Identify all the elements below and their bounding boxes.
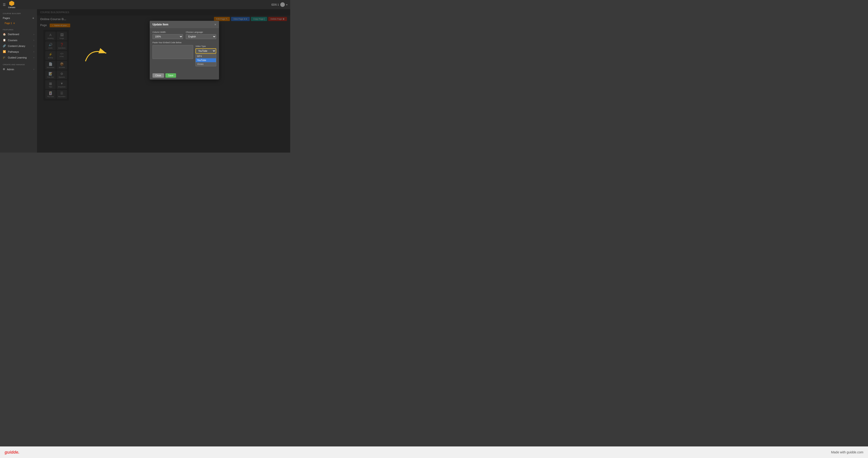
logo-area: Censeo — [8, 1, 15, 8]
sidebar-item-page1[interactable]: Page 1 ≡ — [0, 21, 37, 25]
logo-text: Censeo — [8, 6, 15, 8]
sidebar-item-dashboard[interactable]: 🏠 Dashboard › — [0, 31, 37, 37]
user-chevron-icon[interactable]: ▾ — [286, 3, 287, 6]
language-select[interactable]: English French Spanish — [186, 34, 216, 39]
avatar — [280, 2, 285, 7]
column-width-select[interactable]: 100% 75% 50% 25% — [153, 34, 183, 39]
top-nav-left: ☰ Censeo — [3, 1, 15, 8]
admin-icon: ⚙ — [3, 68, 5, 71]
dashboard-icon: 🏠 — [3, 33, 6, 36]
guided-learning-label: Guided Learning — [8, 56, 27, 59]
content-area: COURSE BUILDER/PAGES Online Course B... … — [37, 9, 290, 152]
modal-row-1: Column Width: 100% 75% 50% 25% Choose La… — [153, 31, 216, 39]
embed-textarea[interactable] — [153, 45, 193, 59]
guided-learning-icon: 🎓 — [3, 56, 6, 59]
page1-label: Page 1 — [5, 22, 12, 25]
pages-label: Pages — [3, 17, 10, 20]
sidebar-item-pathways[interactable]: 🔀 Pathways › — [0, 49, 37, 55]
top-nav-right: EDS 1 ▾ — [272, 2, 287, 7]
logo-hexagon-icon — [9, 1, 14, 6]
pathways-chevron-icon: › — [33, 51, 34, 53]
pathways-icon: 🔀 — [3, 50, 6, 53]
video-type-label: Video Type — [195, 45, 216, 48]
pathways-label: Pathways — [8, 50, 19, 53]
courses-chevron-icon: › — [33, 39, 34, 41]
video-type-dropdown-options: MP4 YouTube Vimeo — [195, 54, 216, 66]
update-item-modal: Update Item × Column Width: 100% 75% 50%… — [150, 21, 219, 80]
hamburger-icon[interactable]: ☰ — [3, 3, 6, 6]
modal-close-btn[interactable]: Close — [153, 73, 164, 78]
video-type-container: Video Type YouTube MP4 Vimeo MP4 YouTube… — [195, 45, 216, 66]
content-library-icon: 🔗 — [3, 45, 6, 48]
dropdown-option-vimeo[interactable]: Vimeo — [196, 62, 216, 66]
page1-menu-icon[interactable]: ≡ — [13, 22, 15, 25]
modal-header: Update Item × — [150, 21, 219, 28]
sidebar-section-create-manage: CREATE AND MANAGE — [0, 62, 37, 66]
guided-learning-chevron-icon: › — [33, 56, 34, 59]
embed-row: Video Type YouTube MP4 Vimeo MP4 YouTube… — [153, 45, 216, 66]
dashboard-label: Dashboard — [8, 33, 19, 36]
content-library-label: Content Library — [8, 45, 25, 48]
sidebar-section-course-builder: COURSE BUILDER — [0, 11, 37, 15]
sidebar: COURSE BUILDER Pages + Page 1 ≡ FEATURES… — [0, 9, 37, 152]
sidebar-section-features: FEATURES — [0, 27, 37, 31]
courses-icon: 📋 — [3, 38, 6, 41]
modal-body: Column Width: 100% 75% 50% 25% Choose La… — [150, 28, 219, 71]
embed-code-label: Paste Your Embed Code Below — [153, 41, 216, 44]
admin-label: Admin — [7, 68, 14, 71]
main-layout: COURSE BUILDER Pages + Page 1 ≡ FEATURES… — [0, 9, 290, 152]
top-nav: ☰ Censeo EDS 1 ▾ — [0, 0, 290, 9]
video-type-select[interactable]: YouTube MP4 Vimeo — [195, 48, 216, 54]
sidebar-item-admin[interactable]: ⚙ Admin › — [0, 66, 37, 72]
column-width-label: Column Width: — [153, 31, 183, 33]
pages-header: Pages + — [0, 15, 37, 21]
sidebar-item-courses[interactable]: 📋 Courses › — [0, 37, 37, 43]
language-group: Choose Language: English French Spanish — [186, 31, 216, 39]
modal-close-button[interactable]: × — [214, 23, 216, 26]
sidebar-item-guided-learning[interactable]: 🎓 Guided Learning › — [0, 55, 37, 60]
sidebar-item-content-library[interactable]: 🔗 Content Library › — [0, 43, 37, 49]
nav-user-label: EDS 1 — [272, 3, 279, 6]
modal-footer: Close Save — [150, 71, 219, 80]
column-width-group: Column Width: 100% 75% 50% 25% — [153, 31, 183, 39]
modal-save-btn[interactable]: Save — [165, 73, 176, 78]
modal-title: Update Item — [153, 23, 168, 26]
content-library-chevron-icon: › — [33, 45, 34, 47]
dashboard-chevron-icon: › — [33, 33, 34, 36]
dropdown-option-mp4[interactable]: MP4 — [196, 54, 216, 58]
add-page-button[interactable]: + — [32, 16, 34, 20]
courses-label: Courses — [8, 39, 17, 41]
language-label: Choose Language: — [186, 31, 216, 33]
dropdown-option-youtube[interactable]: YouTube — [196, 58, 216, 62]
admin-chevron-icon: › — [33, 68, 34, 70]
